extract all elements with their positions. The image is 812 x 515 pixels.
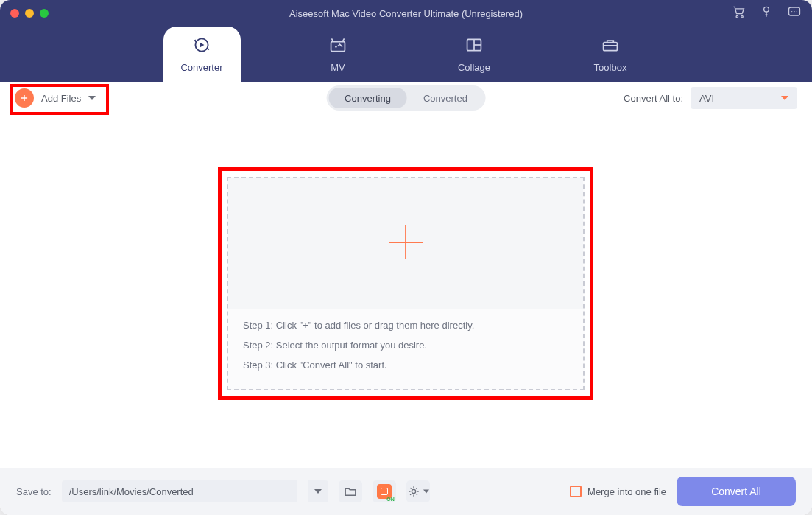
- folder-icon: [344, 485, 357, 498]
- svg-point-1: [741, 15, 744, 17]
- svg-rect-9: [331, 41, 345, 51]
- nav-mv-label: MV: [331, 62, 345, 73]
- open-folder-button[interactable]: [339, 480, 362, 502]
- chevron-down-icon: [423, 488, 429, 494]
- save-path-dropdown[interactable]: [308, 480, 328, 502]
- key-icon[interactable]: [759, 4, 774, 22]
- window-title: Aiseesoft Mac Video Converter Ultimate (…: [0, 8, 812, 19]
- svg-point-2: [764, 7, 769, 12]
- svg-point-0: [736, 15, 738, 17]
- maximize-window-button[interactable]: [40, 9, 49, 18]
- svg-point-5: [794, 11, 794, 12]
- gear-icon: [407, 485, 420, 498]
- tab-converting[interactable]: Converting: [328, 88, 407, 108]
- nav-toolbox-label: Toolbox: [594, 62, 627, 73]
- main-nav: Converter MV Collage Toolbox: [0, 27, 812, 82]
- nav-converter-label: Converter: [180, 62, 222, 73]
- converter-icon: [191, 36, 212, 56]
- title-right-icons: [731, 4, 802, 22]
- collage-icon: [464, 36, 484, 56]
- convert-all-to-label: Convert All to:: [624, 93, 683, 104]
- add-files-caret-icon[interactable]: [88, 91, 96, 105]
- plus-circle-icon: [15, 88, 34, 108]
- tab-converted[interactable]: Converted: [407, 88, 484, 108]
- svg-marker-22: [314, 489, 322, 494]
- svg-marker-19: [781, 96, 788, 100]
- svg-rect-14: [604, 42, 618, 50]
- svg-point-6: [797, 11, 797, 12]
- titlebar: Aiseesoft Mac Video Converter Ultimate (…: [0, 0, 812, 27]
- sub-toolbar: Add Files Converting Converted Convert A…: [0, 82, 812, 114]
- nav-collage[interactable]: Collage: [436, 27, 513, 82]
- nav-mv[interactable]: MV: [300, 27, 377, 82]
- step-2-text: Step 2: Select the output format you des…: [243, 340, 568, 351]
- output-format-value: AVI: [699, 93, 714, 104]
- gpu-on-badge: ON: [386, 497, 395, 502]
- svg-point-4: [791, 11, 792, 12]
- convert-all-button[interactable]: Convert All: [677, 477, 796, 506]
- add-files-button[interactable]: Add Files: [15, 88, 96, 108]
- conversion-status-tabs: Converting Converted: [326, 85, 486, 111]
- save-path-input[interactable]: [62, 480, 297, 502]
- cart-icon[interactable]: [731, 4, 746, 22]
- svg-point-23: [412, 489, 415, 493]
- merge-checkbox[interactable]: [570, 486, 582, 497]
- chevron-down-icon: [781, 94, 788, 102]
- main-area: Step 1: Click "+" to add files or drag t…: [0, 114, 812, 468]
- convert-all-to-group: Convert All to: AVI: [624, 87, 797, 109]
- big-plus-icon: [387, 224, 424, 264]
- output-format-select[interactable]: AVI: [691, 87, 797, 109]
- traffic-lights: [10, 9, 49, 18]
- bottom-bar: Save to: ON Merge into one file Convert …: [0, 468, 812, 515]
- nav-toolbox[interactable]: Toolbox: [572, 27, 649, 82]
- svg-marker-24: [423, 490, 429, 494]
- svg-point-10: [335, 46, 337, 48]
- minimize-window-button[interactable]: [25, 9, 34, 18]
- step-1-text: Step 1: Click "+" to add files or drag t…: [243, 320, 568, 331]
- svg-marker-8: [200, 42, 204, 47]
- gpu-accel-button[interactable]: ON: [373, 480, 396, 502]
- nav-converter[interactable]: Converter: [163, 27, 241, 82]
- feedback-icon[interactable]: [787, 4, 802, 22]
- svg-marker-18: [88, 96, 96, 100]
- dropzone-instructions: Step 1: Click "+" to add files or drag t…: [228, 309, 583, 381]
- app-window: Aiseesoft Mac Video Converter Ultimate (…: [0, 0, 812, 515]
- nav-collage-label: Collage: [458, 62, 490, 73]
- add-files-label: Add Files: [41, 93, 81, 104]
- close-window-button[interactable]: [10, 9, 19, 18]
- step-3-text: Step 3: Click "Convert All" to start.: [243, 360, 568, 371]
- merge-label: Merge into one file: [587, 486, 666, 497]
- dropzone-add-area[interactable]: [228, 178, 583, 309]
- mv-icon: [328, 36, 348, 56]
- merge-checkbox-group[interactable]: Merge into one file: [570, 486, 666, 497]
- save-to-label: Save to:: [16, 486, 52, 497]
- toolbox-icon: [600, 36, 621, 56]
- dropzone: Step 1: Click "+" to add files or drag t…: [227, 177, 585, 390]
- settings-button[interactable]: [406, 480, 430, 502]
